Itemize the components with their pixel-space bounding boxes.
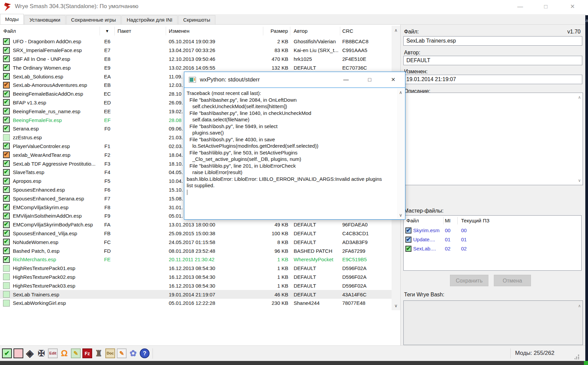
mod-checkbox[interactable] [3, 169, 10, 176]
column-header-author[interactable]: Автор [290, 27, 340, 35]
column-header-file[interactable]: Файл [0, 27, 100, 35]
column-header-crc[interactable]: CRC [340, 27, 392, 35]
close-button[interactable]: ✕ [561, 0, 584, 14]
dialog-maximize-button[interactable]: □ [358, 72, 381, 88]
mod-checkbox[interactable] [3, 247, 10, 254]
mod-checkbox[interactable] [3, 117, 10, 123]
mod-checkbox[interactable] [3, 91, 10, 97]
castle-icon[interactable]: ♜ [94, 348, 104, 358]
tab-Моды[interactable]: Моды [0, 14, 24, 24]
scroll-down-icon[interactable]: ∨ [578, 178, 581, 183]
save-button[interactable]: Сохранить [450, 275, 488, 286]
mod-checkbox[interactable] [3, 282, 10, 289]
table-row[interactable]: SexLab Trainers.esp19.01.2014 21:19:0746… [0, 290, 392, 299]
table-row[interactable]: UFO - Dragonborn AddOn.espE605.10.2014 1… [0, 37, 392, 46]
cancel-button[interactable]: Отмена [494, 275, 531, 286]
status-checkbox-empty-icon[interactable] [14, 348, 23, 358]
table-row[interactable]: SpousesEnhanced_Vilja.espFB25.09.2015 15… [0, 229, 392, 238]
table-row[interactable]: HighResTexturePack01.esp16.12.2013 08:54… [0, 264, 392, 273]
scroll-up-icon[interactable]: ∧ [392, 28, 400, 33]
maximize-button[interactable]: □ [534, 0, 558, 14]
column-header-size[interactable]: Размер [263, 27, 290, 35]
resize-grip[interactable] [574, 355, 579, 359]
column-header-paket[interactable]: Пакет [115, 27, 166, 35]
column-header-modified[interactable]: Изменен [166, 27, 263, 35]
scroll-up-icon[interactable]: ∧ [578, 303, 581, 308]
mod-checkbox[interactable] [3, 239, 10, 245]
mod-checkbox[interactable] [3, 178, 10, 185]
audacity-icon[interactable]: Ω [59, 348, 69, 358]
mod-checkbox[interactable] [3, 73, 10, 80]
dialog-log-area[interactable]: Traceback (most recent call last): File … [184, 88, 405, 219]
help-icon[interactable]: ? [140, 348, 150, 358]
mod-checkbox[interactable] [3, 195, 10, 202]
scroll-down-icon[interactable]: ∨ [397, 213, 404, 218]
table-row[interactable]: HighResTexturePack02.esp16.12.2013 08:54… [0, 273, 392, 282]
master-checkbox[interactable] [405, 237, 411, 243]
doc-icon[interactable]: Doc [105, 348, 115, 358]
dialog-scrollbar[interactable]: ∧ ∨ [397, 89, 404, 219]
mod-checkbox[interactable] [3, 230, 10, 237]
mod-checkbox[interactable] [3, 108, 10, 115]
mod-checkbox[interactable] [3, 64, 10, 71]
table-row[interactable]: SexLabWorkingGirl.esp05.01.2016 12:22:28… [0, 299, 392, 308]
masters-column-file[interactable]: Файл [404, 217, 444, 224]
skse-logo-icon[interactable]: ✠ [36, 348, 46, 358]
master-row[interactable]: Skyrim.esm0000 [404, 226, 581, 235]
tab-Скриншоты[interactable]: Скриншоты [178, 15, 215, 24]
master-checkbox[interactable] [405, 227, 411, 234]
mod-checkbox[interactable] [3, 47, 10, 54]
master-row[interactable]: Update....0101 [404, 235, 581, 244]
scroll-up-icon[interactable]: ∧ [578, 95, 581, 100]
mod-checkbox[interactable] [3, 38, 10, 45]
table-row[interactable]: EMCompViljaSkyrimBodyPatch.espFA13.01.20… [0, 220, 392, 229]
mod-checkbox[interactable] [3, 213, 10, 219]
table-row[interactable]: HighResTexturePack03.esp16.12.2013 08:54… [0, 281, 392, 290]
scroll-up-icon[interactable]: ∧ [397, 90, 404, 95]
boss-gear-icon[interactable]: ✿ [128, 348, 138, 358]
table-row[interactable]: RichMerchants.espFE20.11.2011 21:30:421 … [0, 255, 392, 264]
table-row[interactable]: The Ordinary Women.espE913.02.2016 14:05… [0, 63, 392, 72]
file-field[interactable]: SexLab Trainers.esp [403, 36, 582, 46]
mod-checkbox[interactable] [3, 291, 10, 298]
mod-checkbox[interactable] [3, 221, 10, 228]
sort-indicator-icon[interactable]: ▼ [100, 27, 115, 35]
mod-checkbox[interactable] [3, 256, 10, 263]
notes-icon[interactable]: ✎ [117, 348, 127, 358]
description-field[interactable]: ∧ ∨ [403, 93, 583, 185]
mod-checkbox[interactable] [3, 125, 10, 132]
status-checkbox-checked-icon[interactable]: ✔ [2, 348, 12, 358]
tab-Сохраненные игры[interactable]: Сохраненные игры [66, 15, 121, 24]
table-row[interactable]: NoNudeWomen.espFC24.05.2017 01:15:588 KB… [0, 238, 392, 246]
mod-checkbox[interactable] [3, 151, 10, 158]
tab-Надстройки для INI[interactable]: Надстройки для INI [122, 15, 177, 24]
masters-column-current[interactable]: Текущий ПЗ [458, 217, 579, 224]
master-row[interactable]: SexLab....0202 [404, 244, 581, 253]
mod-checkbox[interactable] [3, 265, 10, 272]
table-row[interactable]: SRX_ImperialFemaleFace.espE713.04.2017 0… [0, 46, 392, 55]
image-editor-icon[interactable]: ✎ [71, 348, 81, 358]
masters-column-mi[interactable]: MI [444, 217, 458, 224]
mod-checkbox[interactable] [3, 55, 10, 62]
dialog-title-bar[interactable]: wxPython: stdout/stderr — □ ✕ [184, 72, 405, 88]
master-checkbox[interactable] [405, 246, 411, 252]
mod-checkbox[interactable] [3, 143, 10, 149]
minimize-button[interactable]: — [508, 0, 532, 14]
tes5edit-icon[interactable]: Edit [48, 348, 58, 358]
filezilla-icon[interactable]: Fz [82, 348, 92, 358]
mod-checkbox[interactable] [3, 82, 10, 89]
skyrim-logo-icon[interactable]: ◈ [25, 348, 35, 358]
author-field[interactable]: DEFAULT [403, 56, 582, 65]
scroll-down-icon[interactable]: ∨ [392, 303, 400, 308]
mod-checkbox[interactable] [3, 273, 10, 280]
tab-Установщики[interactable]: Установщики [24, 15, 65, 24]
table-row[interactable]: Bashed Patch, 0.espFD08.01.2018 23:52:48… [0, 246, 392, 255]
mod-checkbox[interactable] [3, 160, 10, 167]
mod-checkbox[interactable] [3, 134, 10, 141]
mod-checkbox[interactable] [3, 186, 10, 193]
mod-checkbox[interactable] [3, 99, 10, 106]
mod-checkbox[interactable] [3, 204, 10, 211]
table-row[interactable]: SBF All In One - UNP.espE812.10.2013 09:… [0, 55, 392, 64]
mod-checkbox[interactable] [3, 300, 10, 307]
bash-tags-field[interactable]: ∧ [403, 300, 583, 345]
